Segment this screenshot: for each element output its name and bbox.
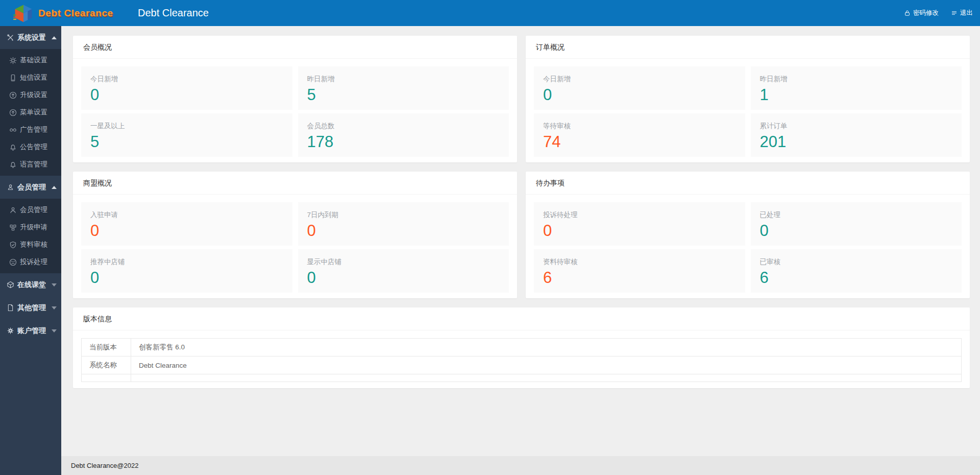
card-body: 今日新增0昨日新增1等待审核74累计订单201 bbox=[526, 59, 970, 162]
version-table-row: 当前版本创客新零售 6.0 bbox=[82, 339, 962, 357]
chevron-down-icon bbox=[52, 306, 57, 310]
stat-label: 已审核 bbox=[760, 257, 953, 267]
version-row-label bbox=[82, 374, 131, 382]
sidebar-item-basic-settings[interactable]: 基础设置 bbox=[0, 52, 61, 69]
sidebar-item-label: 短信设置 bbox=[20, 73, 47, 82]
sidebar-item-ad-management[interactable]: 广告管理 bbox=[0, 121, 61, 138]
card-title: 待办事项 bbox=[526, 172, 970, 195]
stat-recommended-shops: 推荐中店铺0 bbox=[81, 249, 292, 293]
copyright-text: Debt Clearance@2022 bbox=[71, 462, 138, 469]
cube-icon bbox=[7, 281, 14, 289]
file-icon bbox=[7, 304, 14, 312]
arrow-up-circle-icon bbox=[9, 91, 17, 99]
stat-value: 5 bbox=[90, 133, 283, 151]
sidebar-group-member-management-group[interactable]: 会员管理 bbox=[0, 176, 61, 199]
stat-label: 7日内到期 bbox=[307, 210, 500, 220]
version-row-label: 当前版本 bbox=[82, 339, 131, 357]
stat-complaints-handled: 已处理0 bbox=[751, 202, 962, 246]
card-body: 今日新增0昨日新增5一星及以上5会员总数178 bbox=[73, 59, 517, 162]
sidebar-group-label: 系统设置 bbox=[17, 33, 46, 42]
chevron-down-icon bbox=[52, 283, 57, 287]
stat-label: 资料待审核 bbox=[543, 257, 736, 267]
card-body: 入驻申请07日内到期0推荐中店铺0显示中店铺0 bbox=[73, 195, 517, 298]
sidebar-group-label: 账户管理 bbox=[17, 326, 46, 336]
sidebar-item-upgrade-settings[interactable]: 升级设置 bbox=[0, 86, 61, 104]
logout-icon bbox=[951, 10, 958, 16]
topbar: Debt Clearance Debt Clearance 密码修改退出 bbox=[0, 0, 980, 26]
topbar-action-label: 密码修改 bbox=[913, 9, 939, 17]
stat-visible-shops: 显示中店铺0 bbox=[298, 249, 509, 293]
content-area: 会员概况今日新增0昨日新增5一星及以上5会员总数178订单概况今日新增0昨日新增… bbox=[61, 26, 980, 456]
tools-icon bbox=[7, 34, 14, 41]
sidebar-item-menu-settings[interactable]: 菜单设置 bbox=[0, 104, 61, 121]
version-row-label: 系统名称 bbox=[82, 357, 131, 374]
stat-tiles: 今日新增0昨日新增1等待审核74累计订单201 bbox=[534, 66, 962, 157]
sidebar-group-account-management[interactable]: 账户管理 bbox=[0, 319, 61, 342]
body-row: 系统设置基础设置短信设置升级设置菜单设置广告管理公告管理语言管理会员管理会员管理… bbox=[0, 26, 980, 475]
stat-label: 显示中店铺 bbox=[307, 257, 500, 267]
stat-label: 累计订单 bbox=[760, 122, 953, 131]
user-icon bbox=[9, 206, 17, 214]
chevron-up-icon bbox=[52, 186, 57, 189]
sidebar-submenu-member-management-group: 会员管理升级申请资料审核投诉处理 bbox=[0, 199, 61, 273]
stat-label: 今日新增 bbox=[90, 75, 283, 84]
topbar-actions: 密码修改退出 bbox=[904, 9, 980, 17]
stat-label: 等待审核 bbox=[543, 122, 736, 131]
stat-value: 6 bbox=[543, 269, 736, 287]
sidebar-item-label: 基础设置 bbox=[20, 56, 47, 65]
stat-today-added: 今日新增0 bbox=[534, 66, 745, 110]
card-title: 版本信息 bbox=[73, 307, 970, 330]
stat-label: 推荐中店铺 bbox=[90, 257, 283, 267]
logo-cube-icon bbox=[13, 4, 34, 23]
sidebar-item-profile-review[interactable]: 资料审核 bbox=[0, 236, 61, 253]
stat-label: 入驻申请 bbox=[90, 210, 283, 220]
stat-value: 0 bbox=[90, 269, 283, 287]
overview-cards: 会员概况今日新增0昨日新增5一星及以上5会员总数178订单概况今日新增0昨日新增… bbox=[73, 36, 970, 298]
chevron-up-icon bbox=[52, 36, 57, 39]
stat-value: 178 bbox=[307, 133, 500, 151]
stat-expiring-in-7-days: 7日内到期0 bbox=[298, 202, 509, 246]
sidebar-item-label: 会员管理 bbox=[20, 205, 47, 215]
user-frame-icon bbox=[7, 183, 14, 191]
card-body: 投诉待处理0已处理0资料待审核6已审核6 bbox=[526, 195, 970, 298]
sidebar-group-other-management[interactable]: 其他管理 bbox=[0, 296, 61, 319]
card-title: 商盟概况 bbox=[73, 172, 517, 195]
stat-value: 74 bbox=[543, 133, 736, 151]
stat-one-star-and-above: 一星及以上5 bbox=[81, 113, 292, 157]
stat-value: 201 bbox=[760, 133, 953, 151]
stat-value: 0 bbox=[90, 86, 283, 104]
version-table-row bbox=[82, 374, 962, 382]
stat-yesterday-added: 昨日新增5 bbox=[298, 66, 509, 110]
version-table-row: 系统名称Debt Clearance bbox=[82, 357, 962, 374]
stat-tiles: 投诉待处理0已处理0资料待审核6已审核6 bbox=[534, 202, 962, 293]
topbar-action-logout[interactable]: 退出 bbox=[951, 9, 973, 17]
sidebar-item-label: 投诉处理 bbox=[20, 257, 47, 267]
sidebar-item-upgrade-application[interactable]: 升级申请 bbox=[0, 219, 61, 236]
stat-yesterday-added: 昨日新增1 bbox=[751, 66, 962, 110]
lock-icon bbox=[904, 10, 911, 16]
page-title: Debt Clearance bbox=[138, 7, 209, 19]
sidebar-item-language-management[interactable]: 语言管理 bbox=[0, 156, 61, 173]
version-card-body: 当前版本创客新零售 6.0系统名称Debt Clearance bbox=[73, 330, 970, 388]
footer: Debt Clearance@2022 bbox=[61, 456, 980, 475]
sidebar-item-sms-settings[interactable]: 短信设置 bbox=[0, 69, 61, 86]
sidebar-group-system-settings[interactable]: 系统设置 bbox=[0, 26, 61, 49]
sidebar-group-online-classroom[interactable]: 在线课堂 bbox=[0, 273, 61, 296]
bell-icon bbox=[9, 144, 17, 151]
app-logo[interactable]: Debt Clearance bbox=[0, 4, 124, 23]
card-title: 订单概况 bbox=[526, 36, 970, 59]
sidebar: 系统设置基础设置短信设置升级设置菜单设置广告管理公告管理语言管理会员管理会员管理… bbox=[0, 26, 61, 475]
sidebar-item-member-management[interactable]: 会员管理 bbox=[0, 201, 61, 219]
gear-icon bbox=[9, 57, 17, 64]
stat-total-members: 会员总数178 bbox=[298, 113, 509, 157]
sidebar-item-complaint-handling[interactable]: 投诉处理 bbox=[0, 253, 61, 271]
stat-label: 一星及以上 bbox=[90, 122, 283, 131]
topbar-action-change-password[interactable]: 密码修改 bbox=[904, 9, 939, 17]
stat-settle-in-applications: 入驻申请0 bbox=[81, 202, 292, 246]
sidebar-item-label: 升级设置 bbox=[20, 90, 47, 100]
version-table: 当前版本创客新零售 6.0系统名称Debt Clearance bbox=[81, 338, 962, 382]
stat-label: 投诉待处理 bbox=[543, 210, 736, 220]
sidebar-item-announcement-management[interactable]: 公告管理 bbox=[0, 138, 61, 156]
card-member-overview: 会员概况今日新增0昨日新增5一星及以上5会员总数178 bbox=[73, 36, 517, 162]
sidebar-item-label: 菜单设置 bbox=[20, 108, 47, 117]
